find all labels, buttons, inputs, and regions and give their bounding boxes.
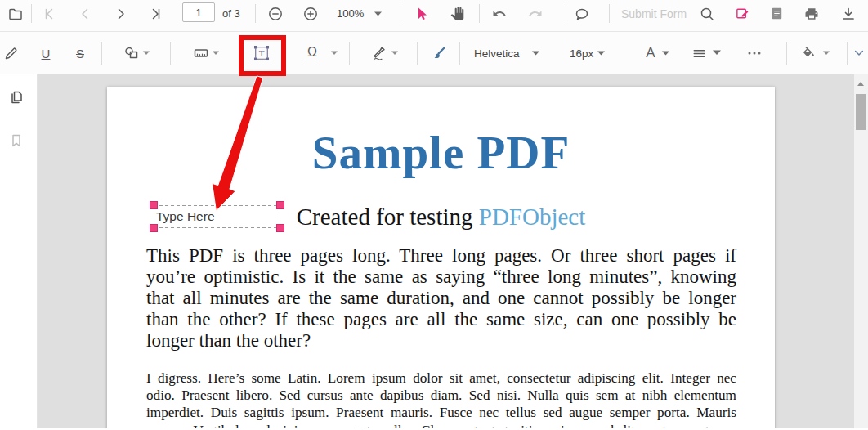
divider [417,42,418,65]
divider [255,4,256,23]
pointer-icon [414,6,430,22]
calibrate-button[interactable] [189,32,213,74]
print-icon [804,7,819,21]
fill-color-button[interactable] [796,32,821,74]
undo-icon [492,7,507,21]
signature-button[interactable] [367,32,391,74]
paragraph: I digress. Here’s some Latin. Lorem ipsu… [146,370,736,428]
divider [479,4,480,23]
calibrate-caret-icon[interactable] [213,32,220,74]
next-page-button[interactable] [109,0,133,27]
comment-button[interactable] [570,0,594,27]
paragraph: This PDF is three pages long. Three long… [146,245,736,352]
submit-form-button[interactable]: Submit Form [621,0,687,27]
pan-tool-button[interactable] [445,0,469,27]
paint-bucket-icon [802,47,816,60]
font-size-caret-icon[interactable] [597,32,606,74]
highlight-button[interactable] [0,32,24,74]
text-align-caret-icon[interactable] [713,32,722,74]
scroll-up-arrow-icon[interactable] [857,82,864,86]
stamp-icon: Ω [306,46,318,60]
highlighter-pen-icon [3,45,20,61]
text-line: odio. Praesent libero. Sed cursus ante d… [146,387,736,404]
notes-button[interactable] [764,0,789,27]
document-viewport[interactable]: Sample PDF Created for testing PDFObject… [38,74,854,428]
subtitle-text: Created for testing [297,204,479,230]
redo-icon [528,7,543,21]
ellipsis-icon [746,45,763,61]
print-button[interactable] [799,0,824,27]
ink-brush-button[interactable] [427,32,451,74]
underline-button[interactable]: U [34,32,58,74]
previous-page-button[interactable] [73,0,97,27]
signature-pen-icon [371,45,387,61]
undo-button[interactable] [487,0,512,27]
download-button[interactable] [836,0,861,27]
divider [400,4,400,23]
selection-tool-button[interactable] [409,0,434,27]
underline-label: U [42,47,51,60]
font-color-button[interactable]: A [638,32,663,74]
redo-button[interactable] [523,0,548,27]
shapes-button[interactable] [119,32,144,74]
shapes-caret-icon[interactable] [143,32,150,74]
text-line: that all minutes are the same duration, … [146,288,736,309]
collapse-toolbar-button[interactable] [847,32,868,74]
pdfobject-link[interactable]: PDFObject [479,204,586,230]
fill-color-caret-icon[interactable] [823,32,830,74]
text-line: than the other? If these pages are all t… [146,309,736,330]
resize-handle-bottom-right[interactable] [276,224,284,232]
shapes-icon [123,45,140,61]
zoom-caret-icon[interactable] [374,0,383,27]
scrollbar-thumb[interactable] [856,94,866,130]
annotation-edit-button[interactable] [730,0,754,27]
font-color-caret-icon[interactable] [662,32,670,74]
more-options-button[interactable] [742,32,767,74]
chevron-down-icon [852,47,866,60]
divider [609,4,610,23]
resize-handle-top-right[interactable] [276,201,284,209]
page-number-input[interactable] [182,2,215,22]
zoom-out-button[interactable] [263,0,288,27]
page-thumbnails-button[interactable] [4,85,29,110]
resize-handle-top-left[interactable] [150,201,158,209]
annotation-toolbar: U S T Ω Helvetica 16px A [0,32,868,74]
first-page-icon [41,6,57,22]
open-file-button[interactable] [3,0,28,27]
text-align-button[interactable] [687,32,711,74]
vertical-scrollbar[interactable] [854,74,868,428]
main-toolbar: of 3 100% Submit Form [0,0,868,32]
chevron-right-icon [113,6,129,22]
text-line: you’re optimistic. Is it the same as say… [146,267,736,288]
divider [101,42,102,65]
signature-caret-icon[interactable] [391,32,399,74]
text-line: longer than the other? [146,330,736,352]
folder-icon [7,6,24,22]
bookmarks-button[interactable] [4,128,29,153]
text-line: imperdiet. Duis sagittis ipsum. Praesent… [146,404,736,421]
stamp-button[interactable]: Ω [300,32,324,74]
hand-icon [450,7,464,20]
first-page-button[interactable] [37,0,61,27]
bookmark-icon [8,132,25,149]
ruler-icon [193,45,209,61]
strikethrough-button[interactable]: S [68,32,92,74]
last-page-button[interactable] [144,0,168,27]
search-button[interactable] [695,0,719,27]
font-family-dropdown[interactable]: Helvetica [474,32,520,74]
zoom-in-button[interactable] [298,0,323,27]
zoom-out-icon [267,6,284,22]
font-size-dropdown[interactable]: 16px [570,32,593,74]
zoom-in-icon [302,6,319,22]
resize-handle-bottom-left[interactable] [150,224,158,232]
free-text-annotation[interactable]: Type Here [154,205,280,228]
brush-icon [431,45,447,61]
search-icon [699,6,715,22]
divider [31,4,32,23]
zoom-level-dropdown[interactable]: 100% [337,0,364,27]
download-icon [840,6,857,22]
font-family-caret-icon[interactable] [532,32,540,74]
free-text-value[interactable]: Type Here [156,209,215,223]
divider [566,4,566,23]
stamp-caret-icon[interactable] [331,32,338,74]
